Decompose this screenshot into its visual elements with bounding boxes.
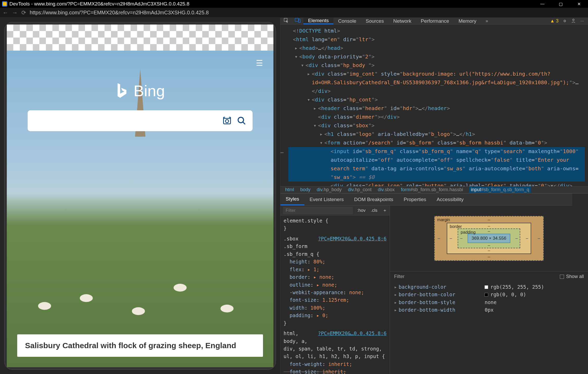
dom-node[interactable]: "sw_as"> == $0 xyxy=(288,173,585,182)
breadcrumb-item[interactable]: div.hp_cont xyxy=(348,187,372,192)
more-tabs-icon[interactable]: » xyxy=(481,18,493,24)
show-all-toggle[interactable]: Show all xyxy=(560,274,584,279)
dom-node[interactable]: ▾<form action="/search" id="sb_form" cla… xyxy=(288,138,585,147)
devtools-tabs: ElementsConsoleSourcesNetworkPerformance… xyxy=(280,18,588,25)
reload-button[interactable]: ⟳ xyxy=(21,9,26,16)
dom-breadcrumb[interactable]: htmlbodydiv.hp_bodydiv.hp_contdiv.sboxfo… xyxy=(280,186,588,193)
dom-node[interactable]: ▸<h1 class="logo" aria-labelledby="b_log… xyxy=(288,130,585,138)
dom-node[interactable]: ▾<div class="hp_cont"> xyxy=(288,95,585,104)
dom-node[interactable]: ▾<div class="sbox"> xyxy=(288,121,585,130)
address-bar: ← → ⟳ https://www.bing.com/?PC=EMMX20&re… xyxy=(0,8,588,18)
window-titlebar: DevTools - www.bing.com/?PC=EMMX20&refcv… xyxy=(0,0,588,8)
devtools-app-icon xyxy=(2,1,7,7)
styles-tab-event-listeners[interactable]: Event Listeners xyxy=(304,194,349,205)
tab-performance[interactable]: Performance xyxy=(416,18,454,24)
styles-tab-accessibility[interactable]: Accessibility xyxy=(431,194,469,205)
styles-tab-properties[interactable]: Properties xyxy=(399,194,432,205)
transparency-background xyxy=(7,25,273,51)
dom-node[interactable]: ▸<header class="header" id="hdr">…</head… xyxy=(288,104,585,113)
styles-tab-dom-breakpoints[interactable]: DOM Breakpoints xyxy=(349,194,399,205)
styles-pane: StylesEvent ListenersDOM BreakpointsProp… xyxy=(280,194,390,374)
tab-sources[interactable]: Sources xyxy=(361,18,389,24)
dom-node[interactable]: search term" data-tag aria-controls="sw_… xyxy=(288,164,585,173)
forward-button[interactable]: → xyxy=(12,9,18,16)
breadcrumb-item[interactable]: body xyxy=(300,187,310,192)
svg-point-4 xyxy=(238,117,244,123)
dom-node[interactable]: <html lang="en" dir="ltr"> xyxy=(288,35,585,44)
search-icon[interactable] xyxy=(237,116,246,125)
devtools-pane: ElementsConsoleSourcesNetworkPerformance… xyxy=(280,18,588,374)
computed-filter-bar: Filter Show all xyxy=(390,271,588,282)
tab-console[interactable]: Console xyxy=(333,18,361,24)
breadcrumb-item[interactable]: div.hp_body xyxy=(317,187,342,192)
search-box[interactable] xyxy=(28,110,253,131)
dom-node[interactable]: <div class="clear icon" role="button" ar… xyxy=(288,182,585,186)
padding-label: padding xyxy=(461,230,476,235)
tab-network[interactable]: Network xyxy=(389,18,416,24)
computed-pane: margin – – – – border – – – – padding xyxy=(390,194,588,374)
dom-node[interactable]: ▾<div class="hp_body "> xyxy=(288,61,585,70)
breadcrumb-item[interactable]: html xyxy=(285,187,294,192)
dom-node[interactable]: … <input id="sb_form_q" class="sb_form_q… xyxy=(288,147,585,156)
computed-row[interactable]: ▸border-bottom-colorrgb(0, 0, 0) xyxy=(394,291,584,298)
computed-row[interactable]: ▸background-colorrgb(255, 255, 255) xyxy=(394,283,584,291)
caption-text: Salisbury Cathedral with flock of grazin… xyxy=(25,341,236,350)
hov-toggle[interactable]: :hov xyxy=(354,208,368,213)
styles-rules[interactable]: element.style {}.sbox?PC=EMMX20&…0.0.425… xyxy=(280,215,390,374)
settings-icon[interactable]: ⚙ xyxy=(563,19,566,23)
kebab-menu-icon[interactable]: ⋯ xyxy=(580,19,584,23)
computed-properties[interactable]: ▸background-colorrgb(255, 255, 255)▸bord… xyxy=(390,282,588,374)
bing-logo-icon xyxy=(115,83,128,99)
image-caption-card[interactable]: Salisbury Cathedral with flock of grazin… xyxy=(17,334,263,357)
menu-icon[interactable]: ☰ xyxy=(256,58,263,68)
device-frame: ☰ Bing Salisbury Cathedral with flock of… xyxy=(4,22,276,370)
close-button[interactable]: ✕ xyxy=(570,0,588,8)
dom-node[interactable]: ▾<body data-priority="2"> xyxy=(288,52,585,61)
dom-node[interactable]: id=OHR.SalisburyCathedral_EN-US538903639… xyxy=(288,78,585,87)
bing-logo: Bing xyxy=(115,82,165,100)
computed-filter-label[interactable]: Filter xyxy=(394,274,405,279)
breadcrumb-item[interactable]: form#sb_form.sb_form.hassbi xyxy=(401,187,463,192)
box-content-size: 369.800 × 34.556 xyxy=(468,234,511,243)
camera-search-icon[interactable] xyxy=(222,116,232,125)
margin-label: margin xyxy=(437,218,450,222)
url-text[interactable]: https://www.bing.com/?PC=EMMX20&refcv=n2… xyxy=(30,10,209,16)
inspect-element-icon[interactable] xyxy=(280,18,292,24)
svg-rect-1 xyxy=(3,2,7,6)
minimize-button[interactable]: ― xyxy=(533,0,552,8)
back-button[interactable]: ← xyxy=(3,9,8,16)
tab-memory[interactable]: Memory xyxy=(454,18,481,24)
svg-point-9 xyxy=(573,19,574,21)
breadcrumb-item[interactable]: input#sb_form_q.sb_form_q xyxy=(469,186,531,193)
bing-logo-text: Bing xyxy=(133,82,165,100)
dom-node[interactable]: <!DOCTYPE html> xyxy=(288,27,585,35)
maximize-button[interactable]: ▢ xyxy=(552,0,570,8)
warnings-badge[interactable]: ▲ 3 xyxy=(550,18,559,24)
dom-node[interactable]: ▸<div class="img_cont" style="background… xyxy=(288,70,585,78)
computed-row[interactable]: ▸border-bottom-stylenone xyxy=(394,299,584,306)
sheep-illustration xyxy=(220,305,234,312)
sheep-illustration xyxy=(38,302,51,310)
svg-line-5 xyxy=(243,122,245,124)
device-toggle-icon[interactable] xyxy=(292,18,303,24)
dom-tree[interactable]: <!DOCTYPE html> <html lang="en" dir="ltr… xyxy=(280,25,588,186)
dom-node[interactable]: autocapitalize="off" autocomplete="off" … xyxy=(288,156,585,164)
add-rule-button[interactable]: ＋ xyxy=(380,207,390,213)
account-icon[interactable] xyxy=(571,18,576,24)
styles-tab-styles[interactable]: Styles xyxy=(280,194,304,205)
dom-node[interactable]: </div> xyxy=(288,87,585,95)
computed-row[interactable]: ▸border-bottom-width0px xyxy=(394,306,584,314)
tab-elements[interactable]: Elements xyxy=(303,18,333,24)
window-title: DevTools - www.bing.com/?PC=EMMX20&refcv… xyxy=(9,1,189,7)
dom-node[interactable]: ▸<head>…</head> xyxy=(288,44,585,52)
styles-filter-input[interactable] xyxy=(283,207,353,214)
device-preview-pane: ☰ Bing Salisbury Cathedral with flock of… xyxy=(0,18,280,374)
svg-point-3 xyxy=(225,120,229,123)
sheep-illustration xyxy=(132,307,145,315)
styles-filter-bar: :hov .cls ＋ xyxy=(280,206,390,215)
breadcrumb-item[interactable]: div.sbox xyxy=(378,187,395,192)
cls-toggle[interactable]: .cls xyxy=(368,208,380,213)
svg-rect-7 xyxy=(295,18,299,21)
sheep-illustration xyxy=(80,294,93,302)
dom-node[interactable]: <div class="dimmer"></div> xyxy=(288,113,585,121)
